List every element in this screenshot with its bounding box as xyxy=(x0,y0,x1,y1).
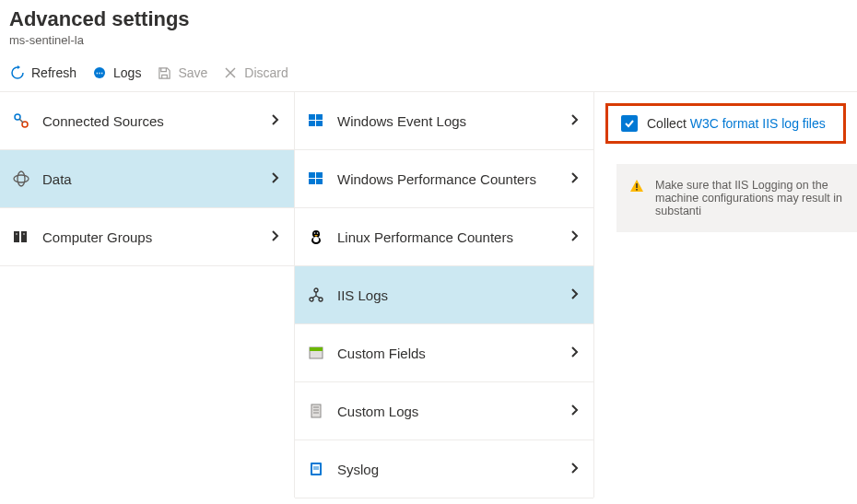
svg-point-26 xyxy=(314,288,318,292)
chevron-right-icon xyxy=(570,171,579,187)
datasource-label: Custom Logs xyxy=(337,404,558,419)
checkmark-icon xyxy=(624,118,635,129)
discard-button[interactable]: Discard xyxy=(222,65,288,80)
datasource-windows-event-logs[interactable]: Windows Event Logs xyxy=(295,92,593,150)
warning-text: Make sure that IIS Logging on the machin… xyxy=(655,179,844,217)
svg-point-25 xyxy=(317,232,319,234)
sidebar-item-computer-groups[interactable]: Computer Groups xyxy=(0,208,294,266)
category-list: Connected Sources Data Computer Groups xyxy=(0,92,295,498)
datasource-linux-perf-counters[interactable]: Linux Performance Counters xyxy=(295,208,593,266)
datasource-syslog[interactable]: Syslog xyxy=(295,440,593,498)
datasource-windows-perf-counters[interactable]: Windows Performance Counters xyxy=(295,150,593,208)
svg-text:⋯: ⋯ xyxy=(96,69,103,77)
svg-rect-14 xyxy=(316,114,323,120)
datasource-label: Windows Performance Counters xyxy=(337,171,558,187)
refresh-button[interactable]: Refresh xyxy=(9,65,76,80)
warning-banner: Make sure that IIS Logging on the machin… xyxy=(616,164,857,232)
datasource-label: IIS Logs xyxy=(337,287,558,303)
windows-icon xyxy=(308,112,324,129)
svg-rect-16 xyxy=(316,121,323,126)
refresh-label: Refresh xyxy=(31,65,76,80)
svg-rect-34 xyxy=(311,404,321,417)
save-icon xyxy=(156,66,172,80)
chevron-right-icon xyxy=(271,171,279,187)
chevron-right-icon xyxy=(271,113,279,129)
computer-groups-icon xyxy=(13,229,29,245)
svg-line-31 xyxy=(316,296,320,299)
linux-icon xyxy=(308,229,324,245)
datasource-label: Windows Event Logs xyxy=(337,113,558,129)
windows-icon xyxy=(308,170,324,187)
sidebar-item-data[interactable]: Data xyxy=(0,150,294,208)
logs-icon: ⋯ xyxy=(91,65,108,80)
svg-line-6 xyxy=(19,119,23,123)
sidebar-item-label: Connected Sources xyxy=(42,113,258,129)
svg-rect-19 xyxy=(309,179,315,184)
chevron-right-icon xyxy=(570,287,579,303)
svg-line-30 xyxy=(312,296,316,299)
svg-rect-20 xyxy=(316,179,323,184)
svg-point-7 xyxy=(14,175,29,182)
save-label: Save xyxy=(178,65,207,80)
svg-rect-33 xyxy=(310,347,323,351)
chevron-right-icon xyxy=(570,346,579,361)
svg-rect-17 xyxy=(309,172,315,178)
svg-point-24 xyxy=(314,232,316,234)
iis-icon xyxy=(308,287,324,303)
data-icon xyxy=(13,170,29,187)
datasource-iis-logs[interactable]: IIS Logs xyxy=(295,266,593,324)
chevron-right-icon xyxy=(570,404,579,419)
data-source-list: Windows Event Logs Windows Performance C… xyxy=(295,92,594,498)
toolbar: Refresh ⋯ Logs Save Discard xyxy=(0,51,857,92)
discard-icon xyxy=(222,66,239,79)
chevron-right-icon xyxy=(271,229,279,245)
refresh-icon xyxy=(9,65,26,80)
sidebar-item-label: Computer Groups xyxy=(42,229,258,245)
workspace-name: ms-sentinel-la xyxy=(9,33,848,47)
chevron-right-icon xyxy=(570,113,579,129)
datasource-label: Custom Fields xyxy=(337,346,558,361)
custom-fields-icon xyxy=(308,345,324,361)
svg-rect-42 xyxy=(636,183,638,188)
collect-prefix: Collect xyxy=(647,116,690,131)
save-button[interactable]: Save xyxy=(156,65,207,80)
warning-icon xyxy=(629,179,644,217)
sidebar-item-connected-sources[interactable]: Connected Sources xyxy=(0,92,294,150)
datasource-custom-fields[interactable]: Custom Fields xyxy=(295,324,593,382)
page-title: Advanced settings xyxy=(9,7,848,31)
svg-point-11 xyxy=(16,233,18,235)
chevron-right-icon xyxy=(570,462,579,477)
datasource-custom-logs[interactable]: Custom Logs xyxy=(295,382,593,440)
svg-point-23 xyxy=(313,237,319,242)
discard-label: Discard xyxy=(244,65,288,80)
collect-checkbox[interactable] xyxy=(621,115,638,132)
chevron-right-icon xyxy=(570,229,579,245)
collect-option-row: Collect W3C format IIS log files xyxy=(605,103,846,144)
logs-button[interactable]: ⋯ Logs xyxy=(91,65,141,80)
syslog-icon xyxy=(308,461,324,477)
svg-point-8 xyxy=(18,171,25,186)
collect-label: Collect W3C format IIS log files xyxy=(647,116,826,131)
connected-sources-icon xyxy=(13,112,29,129)
svg-rect-15 xyxy=(309,121,315,126)
datasource-label: Linux Performance Counters xyxy=(337,229,558,245)
datasource-label: Syslog xyxy=(337,462,558,477)
svg-rect-43 xyxy=(636,189,638,191)
detail-pane: Collect W3C format IIS log files Make su… xyxy=(594,92,857,498)
svg-rect-18 xyxy=(316,172,323,178)
svg-rect-13 xyxy=(309,114,315,120)
svg-rect-9 xyxy=(14,231,19,242)
logs-label: Logs xyxy=(113,65,141,80)
custom-logs-icon xyxy=(308,403,324,419)
svg-point-12 xyxy=(23,233,25,235)
sidebar-item-label: Data xyxy=(42,171,258,187)
w3c-format-link[interactable]: W3C format IIS log files xyxy=(690,116,826,131)
svg-rect-10 xyxy=(21,231,27,242)
